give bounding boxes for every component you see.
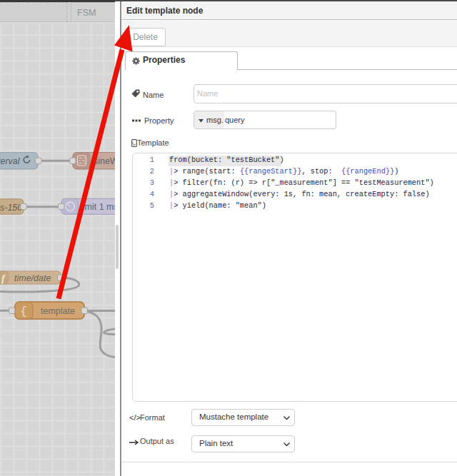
svg-text:terval: terval (0, 156, 21, 166)
svg-text:template: template (41, 306, 75, 316)
svg-text:time/date: time/date (14, 273, 51, 283)
svg-text:limit 1 ms: limit 1 ms (81, 202, 115, 212)
svg-text:s-150: s-150 (0, 203, 22, 213)
svg-text:sineW: sineW (94, 156, 115, 166)
svg-text:{: { (20, 305, 27, 318)
